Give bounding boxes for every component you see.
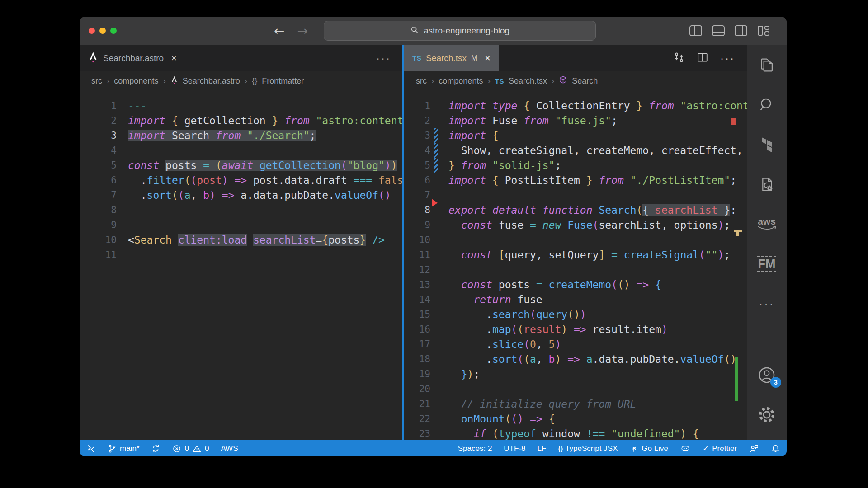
- chevron-right-icon: ›: [431, 76, 434, 86]
- workspace-title: astro-engineering-blog: [424, 26, 509, 36]
- maximize-window-button[interactable]: [110, 28, 117, 34]
- line-number: 22: [404, 412, 430, 427]
- breadcrumb-symbol[interactable]: Search: [572, 76, 598, 86]
- compare-changes-icon[interactable]: [673, 52, 685, 65]
- close-window-button[interactable]: [89, 28, 95, 34]
- tab-searchbar-astro[interactable]: Searchbar.astro ×: [80, 45, 185, 71]
- editor-pane-right: TS Search.tsx M × ··· src › components ›…: [404, 45, 747, 440]
- split-editor-icon[interactable]: [697, 52, 708, 65]
- front-matter-icon[interactable]: FM: [753, 250, 780, 277]
- code-editor-searchbar-astro[interactable]: 1---2import { getCollection } from "astr…: [80, 91, 402, 263]
- breadcrumb-components[interactable]: components: [114, 76, 158, 86]
- breadcrumb-symbol[interactable]: Frontmatter: [262, 76, 304, 86]
- tab-label: Search.tsx: [426, 53, 467, 63]
- line-number: 16: [404, 322, 430, 337]
- explorer-files-icon[interactable]: [753, 52, 780, 79]
- layout-controls: [689, 17, 770, 45]
- breadcrumb-src[interactable]: src: [416, 76, 427, 86]
- toggle-panel-icon[interactable]: [712, 25, 725, 37]
- breadcrumb: src › components › TS Search.tsx › Searc…: [404, 71, 747, 91]
- code-line: 14 return fuse: [404, 292, 747, 307]
- aws-label: aws: [758, 217, 776, 225]
- chevron-right-icon: ›: [107, 76, 109, 86]
- overview-ruler-error-marker: [731, 118, 736, 125]
- eol-indicator[interactable]: LF: [538, 444, 547, 453]
- code-file-settings-icon[interactable]: [753, 171, 780, 198]
- line-number: 11: [404, 248, 430, 263]
- terraform-icon[interactable]: [753, 131, 780, 158]
- code-text: } from "solid-js";: [448, 158, 561, 173]
- breadcrumb-src[interactable]: src: [91, 76, 102, 86]
- problems-indicator[interactable]: 0 0: [172, 444, 209, 453]
- code-line: 12: [404, 263, 747, 277]
- back-arrow-icon[interactable]: ←: [274, 23, 284, 38]
- more-tab-actions-icon[interactable]: ···: [376, 52, 402, 65]
- forward-arrow-icon[interactable]: →: [297, 23, 307, 38]
- check-icon: ✓: [703, 444, 709, 453]
- code-text: return fuse: [448, 292, 542, 307]
- code-text: ---: [128, 99, 147, 113]
- aws-icon[interactable]: aws: [753, 211, 780, 238]
- code-editor-search-tsx[interactable]: 1import type { CollectionEntry } from "a…: [404, 91, 747, 440]
- code-line: 5} from "solid-js";: [404, 158, 747, 173]
- code-line: 6import { PostListItem } from "./PostLis…: [404, 173, 747, 188]
- prettier-indicator[interactable]: ✓ Prettier: [703, 444, 737, 453]
- code-line: 9: [80, 218, 402, 233]
- code-line: 9 const fuse = new Fuse(searchList, opti…: [404, 218, 747, 233]
- gutter-modified-marker: [434, 158, 438, 173]
- code-line: 22 onMount(() => {: [404, 412, 747, 427]
- minimize-window-button[interactable]: [99, 28, 106, 34]
- aws-profile-indicator[interactable]: AWS: [221, 444, 238, 453]
- code-text: const posts = (await getCollection("blog…: [128, 158, 397, 173]
- language-mode-indicator[interactable]: {} TypeScript JSX: [558, 444, 618, 453]
- code-text: import Fuse from "fuse.js";: [448, 113, 618, 128]
- code-text: .sort((a, b) => a.data.pubDate.valueOf(): [448, 352, 736, 367]
- code-text: .sort((a, b) => a.data.pubDate.valueOf(): [128, 188, 391, 203]
- code-text: });: [448, 367, 480, 382]
- feedback-icon[interactable]: [749, 444, 759, 454]
- code-line: 20: [404, 382, 747, 397]
- close-tab-icon[interactable]: ×: [485, 52, 491, 64]
- chevron-right-icon: ›: [487, 76, 490, 86]
- line-number: 6: [404, 173, 430, 188]
- sync-changes-icon[interactable]: [151, 444, 160, 453]
- more-actions-icon[interactable]: ···: [720, 52, 735, 65]
- remote-indicator-icon[interactable]: [86, 444, 96, 454]
- toggle-sidebar-icon[interactable]: [689, 25, 703, 37]
- command-center-search[interactable]: astro-engineering-blog: [324, 21, 596, 41]
- accounts-icon[interactable]: 3: [753, 361, 780, 389]
- code-line: 7: [404, 188, 747, 203]
- tab-search-tsx[interactable]: TS Search.tsx M ×: [404, 45, 499, 71]
- breadcrumb-components[interactable]: components: [439, 76, 483, 86]
- search-icon[interactable]: [753, 91, 780, 118]
- notifications-bell-icon[interactable]: [771, 444, 780, 454]
- copilot-icon[interactable]: [680, 444, 691, 454]
- line-number: 18: [404, 352, 430, 367]
- line-number: 7: [80, 188, 117, 203]
- breadcrumb-file[interactable]: Searchbar.astro: [183, 76, 240, 86]
- settings-gear-icon[interactable]: [753, 401, 780, 428]
- go-live-button[interactable]: Go Live: [629, 444, 668, 453]
- close-tab-icon[interactable]: ×: [171, 52, 177, 64]
- chevron-right-icon: ›: [552, 76, 554, 86]
- git-branch-indicator[interactable]: main*: [108, 444, 139, 454]
- code-text: import Search from "./Search";: [128, 128, 316, 143]
- code-line: 1---: [80, 99, 402, 113]
- code-line: 2import { getCollection } from "astro:co…: [80, 113, 402, 128]
- gutter-red-arrow-marker: [432, 199, 438, 207]
- toggle-secondary-sidebar-icon[interactable]: [734, 25, 748, 37]
- code-line: 2import Fuse from "fuse.js";: [404, 113, 747, 128]
- indentation-indicator[interactable]: Spaces: 2: [458, 444, 492, 453]
- line-number: 11: [80, 248, 117, 263]
- code-line: 13 const posts = createMemo(() => {: [404, 277, 747, 292]
- braces-symbol-icon: {}: [252, 76, 257, 86]
- code-line: 3import Search from "./Search";: [80, 128, 402, 143]
- encoding-indicator[interactable]: UTF-8: [504, 444, 525, 453]
- additional-views-icon[interactable]: ···: [753, 290, 780, 317]
- line-number: 12: [404, 263, 430, 277]
- customize-layout-icon[interactable]: [757, 25, 770, 37]
- breadcrumb-file[interactable]: Search.tsx: [509, 76, 547, 86]
- line-number: 9: [404, 218, 430, 233]
- code-line: 1import type { CollectionEntry } from "a…: [404, 99, 747, 113]
- line-number: 20: [404, 382, 430, 397]
